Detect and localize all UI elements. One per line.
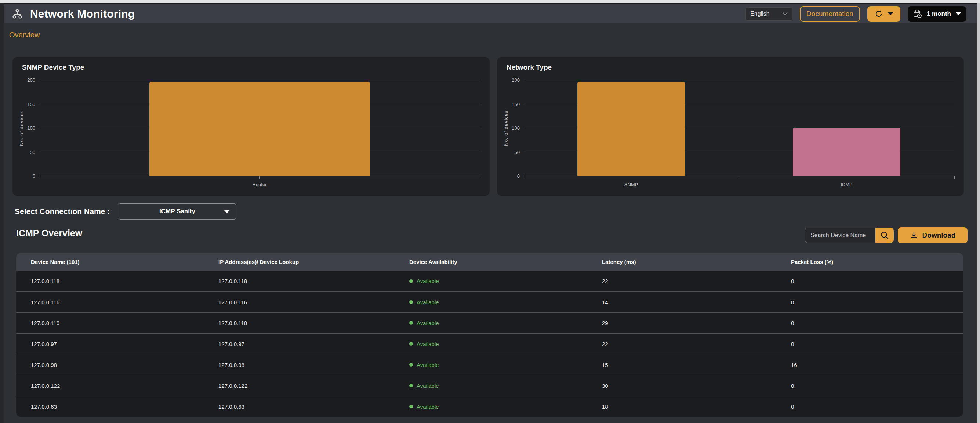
status-dot-icon	[409, 279, 413, 283]
y-tick-label: 50	[515, 149, 520, 155]
device-name-cell: 127.0.0.118	[31, 278, 218, 284]
availability-cell: Available	[409, 299, 602, 305]
download-icon	[910, 231, 918, 239]
status-dot-icon	[409, 363, 413, 366]
column-header: Device Availability	[409, 259, 602, 265]
bar-snmp[interactable]	[578, 82, 685, 176]
caret-down-icon	[888, 12, 893, 16]
gridline	[523, 79, 954, 80]
availability-status: Available	[417, 320, 439, 326]
download-button[interactable]: Download	[898, 227, 967, 243]
plot-area: 050100150200Router	[39, 80, 480, 176]
x-axis-tick	[739, 176, 739, 179]
latency-cell: 22	[602, 278, 791, 284]
ip-address-cell: 127.0.0.98	[218, 362, 409, 368]
availability-cell: Available	[409, 362, 602, 368]
latency-cell: 14	[602, 299, 791, 305]
y-axis-label: No. of devices	[18, 80, 25, 176]
availability-cell: Available	[409, 278, 602, 284]
caret-down-icon	[955, 12, 961, 16]
chart-card-snmp-device-type: SNMP Device Type No. of devices 05010015…	[13, 57, 490, 196]
y-tick-label: 0	[517, 173, 520, 179]
table-row: 127.0.0.116127.0.0.116Available140	[16, 292, 963, 312]
availability-cell: Available	[409, 320, 602, 326]
packet-loss-cell: 0	[791, 404, 963, 410]
connection-select-row: Select Connection Name : ICMP Sanity	[15, 203, 236, 220]
table-row: 127.0.0.63127.0.0.63Available180	[16, 396, 963, 417]
connection-name-value: ICMP Sanity	[119, 208, 235, 215]
x-category-label: SNMP	[624, 182, 638, 187]
caret-down-icon	[224, 210, 230, 213]
time-range-select[interactable]: 1 month	[908, 6, 966, 22]
latency-cell: 22	[602, 341, 791, 347]
availability-status: Available	[417, 299, 439, 305]
documentation-button-label: Documentation	[807, 10, 853, 18]
availability-status: Available	[417, 341, 439, 347]
packet-loss-cell: 0	[791, 383, 963, 389]
latency-cell: 15	[602, 362, 791, 368]
search-input[interactable]	[805, 228, 875, 243]
y-tick-label: 100	[512, 125, 520, 131]
packet-loss-cell: 0	[791, 278, 963, 284]
documentation-button[interactable]: Documentation	[800, 6, 860, 22]
ip-address-cell: 127.0.0.118	[218, 278, 409, 284]
bar-icmp[interactable]	[793, 128, 901, 176]
y-tick-label: 0	[33, 173, 35, 179]
y-tick-label: 200	[512, 78, 520, 83]
table-row: 127.0.0.110127.0.0.110Available290	[16, 312, 963, 333]
device-name-cell: 127.0.0.63	[31, 404, 218, 410]
plot-area: 050100150200SNMPICMP	[523, 80, 954, 176]
bar-chart-network-type: No. of devices 050100150200SNMPICMP	[497, 57, 964, 196]
column-header: IP Address(es)/ Device Lookup	[218, 259, 409, 265]
x-category-label: Router	[252, 182, 266, 187]
y-tick-label: 150	[27, 101, 35, 107]
chevron-down-icon	[783, 12, 788, 16]
download-button-label: Download	[923, 231, 956, 239]
packet-loss-cell: 16	[791, 362, 963, 368]
table-header-row: Device Name (101)IP Address(es)/ Device …	[16, 253, 963, 271]
status-dot-icon	[409, 321, 413, 325]
table-row: 127.0.0.122127.0.0.122Available300	[16, 375, 963, 396]
breadcrumb-overview[interactable]: Overview	[9, 31, 40, 39]
table-row: 127.0.0.118127.0.0.118Available220	[16, 271, 963, 292]
sitemap-icon	[12, 8, 23, 19]
availability-status: Available	[417, 278, 439, 284]
icmp-devices-table: Device Name (101)IP Address(es)/ Device …	[16, 253, 963, 417]
table-body: 127.0.0.118127.0.0.118Available220127.0.…	[16, 271, 963, 417]
y-tick-label: 200	[27, 78, 35, 83]
ip-address-cell: 127.0.0.97	[218, 341, 409, 347]
language-select[interactable]: English	[745, 7, 792, 21]
refresh-split-button[interactable]	[867, 6, 900, 22]
x-axis-tick	[259, 176, 260, 179]
header-controls: English Documentation	[745, 6, 966, 22]
device-name-cell: 127.0.0.116	[31, 299, 218, 305]
ip-address-cell: 127.0.0.122	[218, 383, 409, 389]
bar-router[interactable]	[150, 82, 370, 176]
availability-cell: Available	[409, 341, 602, 347]
y-axis-label: No. of devices	[502, 80, 509, 176]
device-name-cell: 127.0.0.122	[31, 383, 218, 389]
y-tick-label: 50	[30, 149, 35, 155]
status-dot-icon	[409, 384, 413, 387]
packet-loss-cell: 0	[791, 341, 963, 347]
availability-status: Available	[417, 404, 439, 410]
latency-cell: 30	[602, 383, 791, 389]
bar-chart-snmp-device-type: No. of devices 050100150200Router	[13, 57, 490, 196]
connection-select-label: Select Connection Name :	[15, 207, 110, 216]
section-heading-icmp-overview: ICMP Overview	[16, 228, 82, 239]
availability-cell: Available	[409, 404, 602, 410]
page-title: Network Monitoring	[30, 8, 135, 20]
packet-loss-cell: 0	[791, 320, 963, 326]
x-category-label: ICMP	[840, 182, 853, 187]
status-dot-icon	[409, 300, 413, 304]
search-button[interactable]	[875, 228, 894, 243]
ip-address-cell: 127.0.0.63	[218, 404, 409, 410]
column-header: Packet Loss (%)	[791, 259, 963, 265]
time-range-value: 1 month	[927, 10, 951, 17]
latency-cell: 29	[602, 320, 791, 326]
connection-name-select[interactable]: ICMP Sanity	[119, 203, 236, 220]
refresh-icon	[874, 10, 883, 18]
vertical-scrollbar[interactable]	[977, 3, 980, 423]
gridline	[39, 79, 480, 80]
packet-loss-cell: 0	[791, 299, 963, 305]
